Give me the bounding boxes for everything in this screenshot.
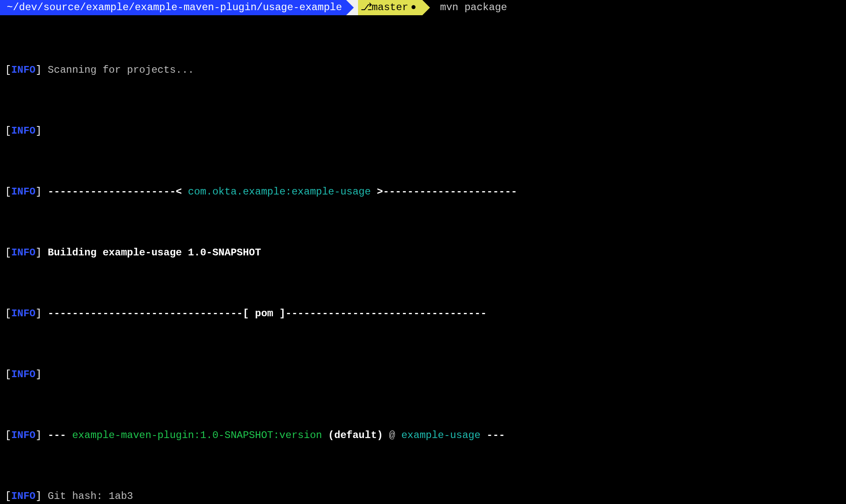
output-line: [INFO] Scanning for projects...: [5, 63, 846, 78]
output-line: [INFO] --- example-maven-plugin:1.0-SNAP…: [5, 428, 846, 443]
output-line: [INFO] --------------------------------[…: [5, 306, 846, 321]
output-line: [INFO]: [5, 367, 846, 382]
git-branch-icon: ⎇: [361, 0, 369, 15]
output-line: [INFO] Git hash: 1ab3: [5, 489, 846, 504]
output-line: [INFO] ---------------------< com.okta.e…: [5, 184, 846, 200]
output-line: [INFO] Building example-usage 1.0-SNAPSH…: [5, 245, 846, 260]
dirty-indicator-icon: ●: [411, 3, 416, 12]
prompt-branch: ⎇ master ●: [358, 0, 422, 15]
terminal-output: [INFO] Scanning for projects... [INFO] […: [0, 15, 846, 504]
shell-prompt: ~/dev/source/example/example-maven-plugi…: [0, 0, 846, 15]
terminal-window[interactable]: ~/dev/source/example/example-maven-plugi…: [0, 0, 846, 504]
prompt-separator-1: [346, 0, 358, 15]
command-text: mvn package: [430, 0, 507, 15]
branch-name: master: [372, 0, 408, 15]
output-line: [INFO]: [5, 123, 846, 139]
prompt-separator-2: [422, 0, 430, 15]
prompt-path: ~/dev/source/example/example-maven-plugi…: [0, 0, 346, 15]
